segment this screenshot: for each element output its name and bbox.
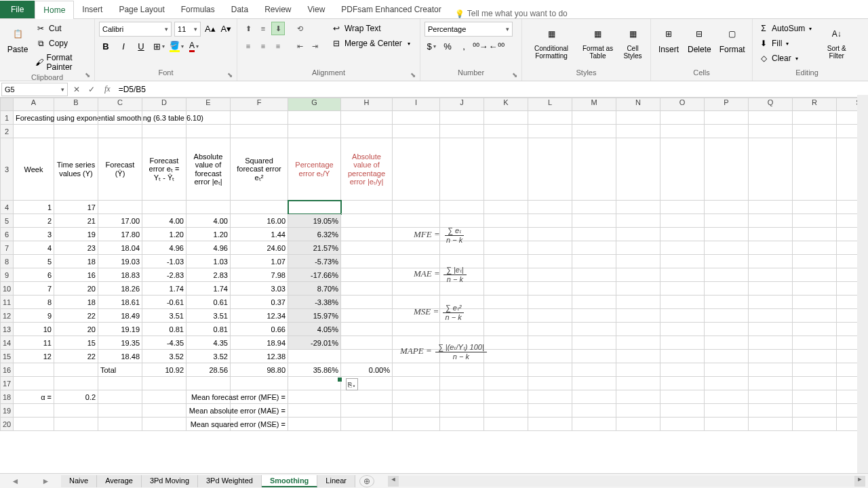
- cell[interactable]: [341, 309, 393, 323]
- cell[interactable]: [660, 282, 705, 296]
- cell[interactable]: [705, 125, 749, 138]
- cell[interactable]: [572, 214, 616, 228]
- cell[interactable]: [749, 201, 793, 214]
- cell[interactable]: [341, 282, 393, 296]
- cell[interactable]: [288, 377, 341, 390]
- cell[interactable]: [749, 323, 793, 336]
- cell[interactable]: [572, 377, 616, 390]
- cell[interactable]: 1.20: [186, 228, 231, 241]
- cell[interactable]: -2.83: [142, 268, 186, 282]
- cell[interactable]: [616, 309, 660, 323]
- cell[interactable]: [528, 111, 572, 125]
- cell[interactable]: [341, 350, 393, 363]
- cell[interactable]: 2.83: [186, 268, 231, 282]
- sheet-tab-naive[interactable]: Naive: [61, 475, 97, 487]
- cell[interactable]: [528, 363, 572, 377]
- cell[interactable]: Time series values (Y): [54, 138, 98, 201]
- col-header-L[interactable]: L: [528, 98, 572, 111]
- cell[interactable]: [749, 241, 793, 255]
- cell[interactable]: Absolute value of percentage error |eₜ/y…: [341, 138, 393, 201]
- cell[interactable]: Forecast error eₜ = Yₜ - Ŷₜ: [142, 138, 186, 201]
- cell[interactable]: [572, 241, 616, 255]
- cell[interactable]: [793, 282, 837, 296]
- cell[interactable]: [749, 377, 793, 390]
- cell[interactable]: [705, 214, 749, 228]
- cell[interactable]: [572, 404, 616, 418]
- number-launcher[interactable]: ⬊: [512, 71, 520, 79]
- cell[interactable]: [98, 404, 142, 418]
- cell[interactable]: [749, 309, 793, 323]
- cell[interactable]: [660, 214, 705, 228]
- cell[interactable]: [616, 138, 660, 201]
- cell[interactable]: [660, 201, 705, 214]
- cell[interactable]: [484, 201, 528, 214]
- cell[interactable]: [749, 336, 793, 350]
- cell[interactable]: [528, 138, 572, 201]
- comma-format[interactable]: ,: [457, 39, 471, 53]
- cell[interactable]: [484, 228, 528, 241]
- cell[interactable]: [616, 418, 660, 431]
- cell[interactable]: 24.60: [231, 241, 288, 255]
- tab-insert[interactable]: Insert: [74, 1, 111, 18]
- cancel-formula[interactable]: ✕: [69, 85, 84, 94]
- cell[interactable]: [793, 336, 837, 350]
- col-header-N[interactable]: N: [616, 98, 660, 111]
- cell[interactable]: Percentage error eₜ/Y: [288, 138, 341, 201]
- cell[interactable]: [660, 255, 705, 268]
- cell[interactable]: [341, 255, 393, 268]
- format-as-table-button[interactable]: ▦Format as Table: [579, 22, 616, 68]
- cell[interactable]: [484, 125, 528, 138]
- cell[interactable]: [484, 323, 528, 336]
- grow-font-button[interactable]: A▴: [203, 22, 216, 35]
- cell[interactable]: [341, 336, 393, 350]
- sheet-tab-3pd-moving[interactable]: 3Pd Moving: [142, 475, 198, 487]
- sheet-tab-linear[interactable]: Linear: [317, 475, 355, 487]
- cell[interactable]: [440, 125, 484, 138]
- conditional-formatting-button[interactable]: ▦Conditional Formatting: [526, 22, 576, 68]
- cell[interactable]: [616, 404, 660, 418]
- col-header-H[interactable]: H: [341, 98, 393, 111]
- cell[interactable]: 4: [14, 241, 54, 255]
- cell[interactable]: [705, 390, 749, 404]
- cell[interactable]: 21.57%: [288, 241, 341, 255]
- tab-page-layout[interactable]: Page Layout: [111, 1, 172, 18]
- align-center[interactable]: ≡: [256, 39, 270, 53]
- cell[interactable]: [616, 336, 660, 350]
- cell[interactable]: [616, 282, 660, 296]
- cell[interactable]: [341, 111, 393, 125]
- cell[interactable]: [793, 350, 837, 363]
- cell[interactable]: 7.98: [231, 268, 288, 282]
- sheet-tab-smoothing[interactable]: Smoothing: [262, 475, 317, 487]
- clipboard-launcher[interactable]: ⬊: [85, 71, 93, 79]
- cell[interactable]: [572, 309, 616, 323]
- cell[interactable]: 15: [54, 336, 98, 350]
- row-header[interactable]: 5: [0, 214, 14, 228]
- cell[interactable]: [186, 111, 231, 125]
- cell[interactable]: [572, 350, 616, 363]
- cell[interactable]: [749, 296, 793, 309]
- cell[interactable]: [14, 377, 54, 390]
- cell[interactable]: [288, 404, 341, 418]
- tab-data[interactable]: Data: [223, 1, 256, 18]
- cell[interactable]: 20: [54, 282, 98, 296]
- col-header-P[interactable]: P: [705, 98, 749, 111]
- delete-cells-button[interactable]: ⊟Delete: [685, 22, 714, 68]
- cell[interactable]: [705, 323, 749, 336]
- number-format-combo[interactable]: Percentage: [425, 22, 513, 37]
- cell[interactable]: [98, 390, 142, 404]
- increase-indent[interactable]: ⇥: [308, 39, 321, 53]
- cell[interactable]: [572, 255, 616, 268]
- cell[interactable]: [528, 296, 572, 309]
- cell[interactable]: [440, 404, 484, 418]
- sheet-tab-average[interactable]: Average: [97, 475, 142, 487]
- percent-format[interactable]: %: [441, 39, 454, 53]
- col-header-E[interactable]: E: [186, 98, 231, 111]
- tab-review[interactable]: Review: [256, 1, 299, 18]
- cell[interactable]: 35.86%: [288, 363, 341, 377]
- cell[interactable]: 1.07: [231, 255, 288, 268]
- cell[interactable]: [616, 111, 660, 125]
- row-header[interactable]: 9: [0, 268, 14, 282]
- cell[interactable]: [484, 214, 528, 228]
- cell[interactable]: 18.61: [98, 296, 142, 309]
- cell[interactable]: [616, 214, 660, 228]
